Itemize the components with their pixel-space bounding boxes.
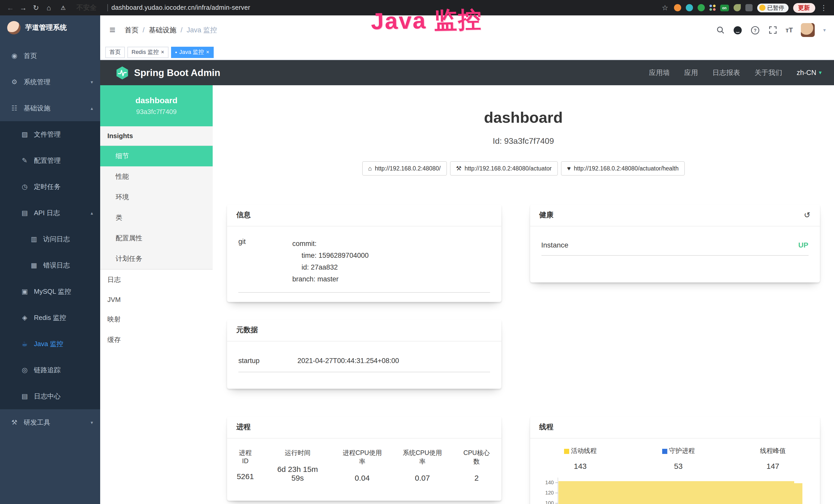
actuator-url-button[interactable]: ⚒ http://192.168.0.2:48080/actuator: [450, 161, 557, 176]
health-url-button[interactable]: ♥ http://192.168.0.2:48080/actuator/heal…: [561, 161, 685, 176]
service-url-button[interactable]: ⌂ http://192.168.0.2:48080/: [362, 161, 447, 176]
process-metric-process-cpu: 进程CPU使用率 0.04: [341, 449, 383, 482]
sba-item-mappings[interactable]: 映射: [100, 309, 213, 330]
sba-nav-applications[interactable]: 应用: [684, 68, 698, 77]
extension-on-icon[interactable]: on: [720, 4, 729, 11]
sidebar-item-home[interactable]: ◉ 首页: [0, 43, 100, 69]
sba-instance-header[interactable]: dashboard 93a3fc7f7409: [100, 85, 213, 126]
sidebar-item-trace[interactable]: ◎ 链路追踪: [0, 357, 100, 383]
sba-item-performance[interactable]: 性能: [100, 166, 213, 187]
paused-label: 已暂停: [767, 4, 784, 12]
tag-redis-monitor[interactable]: Redis 监控 ×: [127, 46, 168, 58]
sba-nav-wallboard[interactable]: 应用墙: [649, 68, 670, 77]
process-metrics: 进程ID 5261 运行时间 6d 23h 15m 59s 进程CPU使用率 0…: [227, 438, 501, 501]
font-size-icon[interactable]: тT: [786, 26, 793, 34]
sidebar-item-error-logs[interactable]: ▦ 错误日志: [0, 252, 100, 278]
legend-live-threads: 活动线程 143: [564, 447, 597, 471]
tag-home[interactable]: 首页: [105, 46, 125, 58]
sba-item-logs[interactable]: 日志: [100, 270, 213, 290]
health-instance-row[interactable]: Instance UP: [541, 237, 808, 256]
sidebar-item-label: 错误日志: [43, 260, 70, 270]
sba-nav-about[interactable]: 关于我们: [754, 68, 782, 77]
sba-item-classes[interactable]: 类: [100, 207, 213, 228]
sidebar-item-java-monitor[interactable]: ☕ Java 监控: [0, 331, 100, 357]
heart-icon: ♥: [567, 165, 571, 172]
sidebar-item-redis-monitor[interactable]: ◈ Redis 监控: [0, 304, 100, 331]
sba-item-caches[interactable]: 缓存: [100, 330, 213, 350]
sba-brand[interactable]: Spring Boot Admin: [115, 66, 220, 80]
breadcrumb-current: Java 监控: [186, 25, 217, 35]
kebab-menu-icon[interactable]: ⋮: [820, 4, 828, 12]
navbar-actions: ? тT ▾: [716, 23, 826, 37]
back-icon[interactable]: ←: [6, 4, 14, 12]
sba-header: Spring Boot Admin 应用墙 应用 日志报表 关于我们 zh-CN…: [100, 60, 834, 85]
close-icon[interactable]: ×: [206, 49, 209, 55]
github-icon[interactable]: [733, 25, 742, 35]
locale-label: zh-CN: [796, 69, 816, 76]
search-icon[interactable]: [716, 25, 725, 35]
extension-icon[interactable]: [697, 4, 705, 11]
close-icon[interactable]: ×: [161, 49, 164, 55]
sidebar-item-api-logs[interactable]: ▤ API 日志 ▴: [0, 200, 100, 226]
forward-icon[interactable]: →: [19, 4, 27, 12]
sidebar-item-scheduled-jobs[interactable]: ◷ 定时任务: [0, 174, 100, 200]
extensions-grid-icon[interactable]: [709, 5, 715, 11]
user-avatar[interactable]: [801, 23, 815, 37]
health-url: http://192.168.0.2:48080/actuator/health: [574, 165, 679, 171]
sidebar-item-system-management[interactable]: ⚙ 系统管理 ▾: [0, 69, 100, 95]
locale-selector[interactable]: zh-CN ▾: [796, 69, 822, 76]
reload-icon[interactable]: ↻: [32, 4, 40, 12]
home-icon: ⌂: [368, 165, 372, 172]
access-log-icon: ▥: [30, 235, 38, 243]
sidebar-item-label: Redis 监控: [34, 313, 66, 322]
log-center-icon: ▤: [21, 392, 29, 400]
history-icon[interactable]: ↺: [804, 210, 810, 220]
breadcrumb-infrastructure[interactable]: 基础设施: [149, 25, 176, 35]
extensions-puzzle-icon[interactable]: [745, 4, 752, 11]
sidebar-item-config-management[interactable]: ✎ 配置管理: [0, 147, 100, 174]
breadcrumb-home[interactable]: 首页: [125, 25, 138, 35]
sba-nav-journal[interactable]: 日志报表: [712, 68, 740, 77]
card-title: 元数据: [236, 325, 258, 335]
url-text: dashboard.yudao.iocoder.cn/infra/admin-s…: [111, 4, 250, 11]
threads-legend: 活动线程 143 守护进程: [540, 447, 809, 471]
extension-icon[interactable]: [685, 4, 693, 11]
sba-item-environment[interactable]: 环境: [100, 187, 213, 207]
extension-icon[interactable]: [733, 4, 741, 11]
help-icon[interactable]: ?: [750, 25, 760, 35]
sidebar-item-access-logs[interactable]: ▥ 访问日志: [0, 226, 100, 252]
breadcrumb: 首页 / 基础设施 / Java 监控: [125, 25, 217, 35]
sba-item-details[interactable]: 细节: [100, 146, 213, 166]
sidebar-item-infrastructure[interactable]: ☷ 基础设施 ▴: [0, 95, 100, 121]
tag-java-monitor[interactable]: ● Java 监控 ×: [171, 46, 214, 58]
edit-icon: ✎: [21, 157, 29, 164]
sidebar-item-dev-tools[interactable]: ⚒ 研发工具 ▾: [0, 409, 100, 435]
health-card: 健康 ↺ Instance UP: [530, 204, 820, 282]
legend-label: 守护进程: [669, 447, 695, 456]
extension-icon[interactable]: [674, 4, 681, 11]
sidebar-item-mysql-monitor[interactable]: ▣ MySQL 监控: [0, 278, 100, 304]
service-url: http://192.168.0.2:48080/: [375, 165, 441, 171]
update-button[interactable]: 更新: [793, 3, 815, 13]
threads-chart: 140 120 100: [540, 476, 809, 504]
home-icon[interactable]: ⌂: [45, 4, 53, 12]
card-title: 线程: [539, 422, 553, 432]
emoji-face-icon: [759, 5, 765, 11]
tags-view: 首页 Redis 监控 × ● Java 监控 ×: [100, 45, 834, 60]
sba-item-config-props[interactable]: 配置属性: [100, 228, 213, 249]
tag-label: 首页: [109, 48, 121, 56]
sba-item-scheduled-tasks[interactable]: 计划任务: [100, 249, 213, 269]
legend-daemon-threads: 守护进程 53: [662, 447, 695, 471]
sidebar-item-log-center[interactable]: ▤ 日志中心: [0, 383, 100, 409]
metric-label: 运行时间: [272, 449, 323, 458]
user-caret-icon[interactable]: ▾: [823, 27, 826, 33]
bookmark-star-icon[interactable]: ☆: [661, 4, 669, 12]
app-logo[interactable]: 芋道管理系统: [0, 16, 100, 40]
sba-item-jvm[interactable]: JVM: [100, 290, 213, 309]
blue-swatch-icon: [662, 449, 667, 454]
hamburger-icon[interactable]: ≡: [106, 24, 118, 36]
sidebar-item-label: 研发工具: [24, 418, 50, 427]
fullscreen-icon[interactable]: [768, 25, 777, 35]
paused-badge[interactable]: 已暂停: [757, 3, 788, 12]
sidebar-item-file-management[interactable]: ▨ 文件管理: [0, 121, 100, 147]
